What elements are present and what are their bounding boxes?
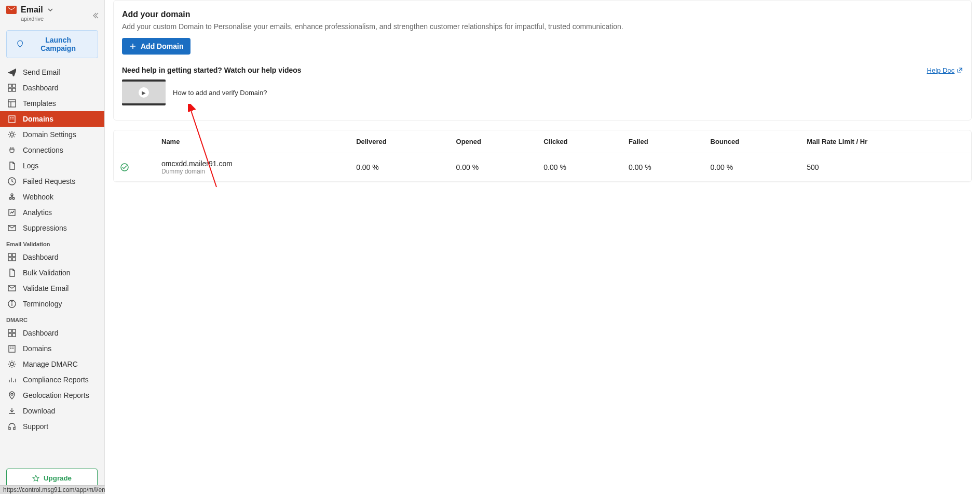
sidebar-item-manage-dmarc[interactable]: Manage DMARC (0, 356, 104, 372)
sidebar-item-label: Logs (23, 162, 38, 170)
sidebar-item-terminology[interactable]: Terminology (0, 296, 104, 312)
sidebar-item-failed-requests[interactable]: Failed Requests (0, 173, 104, 189)
sidebar-item-support[interactable]: Support (0, 419, 104, 434)
help-doc-label: Help Doc (927, 66, 955, 74)
star-icon (32, 475, 39, 482)
table-row[interactable]: omcxdd.mailer91.comDummy domain0.00 %0.0… (114, 153, 971, 182)
sidebar-item-analytics[interactable]: Analytics (0, 205, 104, 220)
sidebar-item-suppressions[interactable]: Suppressions (0, 220, 104, 236)
gear-icon (7, 130, 17, 139)
email-logo-icon (6, 6, 17, 14)
svg-point-36 (10, 363, 13, 366)
nav-section-dmarc: DMARC (0, 312, 104, 325)
page-title: Add your domain (122, 10, 963, 19)
add-domain-label: Add Domain (141, 42, 183, 50)
cell-failed: 0.00 % (622, 153, 704, 182)
sidebar-item-templates[interactable]: Templates (0, 96, 104, 111)
cell-delivered: 0.00 % (350, 153, 450, 182)
table-col-status (114, 130, 155, 153)
sidebar-item-label: Dashboard (23, 329, 59, 337)
svg-point-12 (10, 133, 13, 136)
collapse-sidebar-icon[interactable] (91, 11, 99, 20)
sidebar-item-label: Geolocation Reports (23, 391, 89, 399)
chevron-down-icon[interactable] (47, 7, 53, 13)
sidebar-item-label: Terminology (23, 300, 62, 308)
sidebar-item-label: Download (23, 407, 55, 415)
table-col-clicked: Clicked (537, 130, 622, 153)
webhook-icon (7, 192, 17, 202)
svg-rect-29 (8, 333, 11, 337)
nav-section-validation: Email Validation (0, 236, 104, 249)
grid-icon (7, 252, 17, 262)
svg-rect-3 (12, 88, 16, 91)
sidebar-item-label: Support (23, 422, 48, 431)
play-icon: ▶ (139, 87, 149, 98)
domains-table: NameDeliveredOpenedClickedFailedBouncedM… (113, 130, 972, 182)
svg-point-26 (11, 301, 12, 302)
sidebar-item-webhook[interactable]: Webhook (0, 189, 104, 205)
sidebar-item-label: Domain Settings (23, 130, 76, 139)
sidebar-item-label: Failed Requests (23, 177, 75, 185)
main-content: Add your domain Add your custom Domain t… (105, 0, 980, 494)
cell-opened: 0.00 % (450, 153, 538, 182)
help-video-thumbnail[interactable]: ▶ (122, 79, 166, 105)
page-description: Add your custom Domain to Personalise yo… (122, 22, 963, 31)
help-prompt: Need help in getting started? Watch our … (122, 66, 302, 74)
sidebar-item-geolocation-reports[interactable]: Geolocation Reports (0, 388, 104, 403)
sidebar: Email apixdrive Launch Campaign Send Ema… (0, 0, 105, 494)
sidebar-item-domains[interactable]: Domains (0, 111, 104, 127)
add-domain-button[interactable]: Add Domain (122, 38, 190, 55)
help-doc-link[interactable]: Help Doc (927, 66, 963, 74)
domain-name-cell: omcxdd.mailer91.comDummy domain (155, 153, 350, 182)
gear-icon (7, 359, 17, 369)
sidebar-item-compliance-reports[interactable]: Compliance Reports (0, 372, 104, 388)
grid-icon (7, 83, 17, 92)
cell-clicked: 0.00 % (537, 153, 622, 182)
sidebar-item-dashboard[interactable]: Dashboard (0, 249, 104, 265)
sidebar-item-label: Suppressions (23, 224, 67, 232)
svg-rect-20 (12, 253, 16, 257)
svg-rect-2 (8, 88, 11, 91)
sidebar-item-label: Dashboard (23, 253, 59, 261)
upgrade-label: Upgrade (44, 474, 72, 482)
svg-rect-4 (8, 100, 16, 107)
help-video-title: How to add and verify Domain? (173, 89, 267, 97)
table-col-failed: Failed (622, 130, 704, 153)
status-verified-icon (114, 153, 155, 182)
sidebar-item-dashboard[interactable]: Dashboard (0, 80, 104, 96)
sidebar-item-label: Manage DMARC (23, 360, 78, 368)
layout-icon (7, 99, 17, 108)
external-link-icon (957, 67, 963, 73)
svg-rect-1 (12, 84, 16, 87)
sidebar-item-label: Dashboard (23, 84, 59, 92)
sidebar-item-send-email[interactable]: Send Email (0, 64, 104, 80)
sidebar-item-label: Bulk Validation (23, 269, 71, 277)
domain-name: omcxdd.mailer91.com (161, 159, 344, 168)
headphones-icon (7, 422, 17, 431)
sidebar-item-download[interactable]: Download (0, 403, 104, 419)
sidebar-item-bulk-validation[interactable]: Bulk Validation (0, 265, 104, 281)
sidebar-item-label: Connections (23, 146, 63, 154)
sidebar-item-domains[interactable]: Domains (0, 341, 104, 356)
launch-campaign-button[interactable]: Launch Campaign (6, 30, 98, 58)
table-col-delivered: Delivered (350, 130, 450, 153)
sidebar-item-validate-email[interactable]: Validate Email (0, 281, 104, 296)
svg-point-41 (11, 393, 13, 395)
nav-validation-list: DashboardBulk ValidationValidate EmailTe… (0, 249, 104, 312)
nav-main-list: Send EmailDashboardTemplatesDomainsDomai… (0, 64, 104, 236)
svg-point-16 (11, 194, 13, 196)
svg-rect-19 (8, 253, 11, 257)
sidebar-item-label: Templates (23, 99, 56, 108)
svg-rect-42 (9, 428, 10, 430)
sidebar-item-label: Domains (23, 115, 53, 123)
svg-rect-31 (9, 345, 15, 352)
send-icon (7, 68, 17, 77)
sidebar-item-label: Webhook (23, 193, 53, 201)
chart-icon (7, 208, 17, 217)
sidebar-item-logs[interactable]: Logs (0, 158, 104, 173)
sidebar-item-domain-settings[interactable]: Domain Settings (0, 127, 104, 142)
sidebar-item-connections[interactable]: Connections (0, 142, 104, 158)
sidebar-item-dashboard[interactable]: Dashboard (0, 325, 104, 341)
download-icon (7, 406, 17, 416)
building-icon (7, 344, 17, 353)
